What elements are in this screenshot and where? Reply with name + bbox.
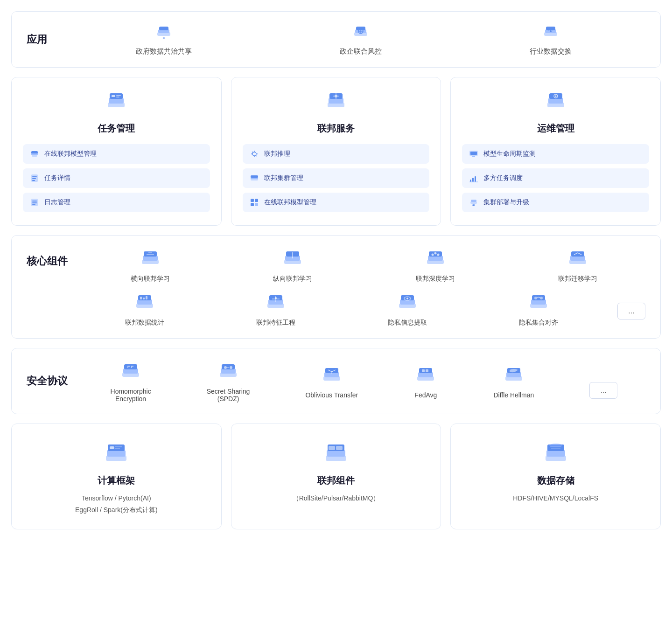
app-item-industry: 行业数据交换 — [530, 23, 572, 56]
task-box: 任务管理 在线联邦模型管理 任务详情 — [11, 77, 222, 226]
compute-sub: Tensorflow / Pytorch(AI) EggRoll / Spark… — [75, 493, 158, 516]
chart-icon — [469, 173, 479, 183]
svg-rect-49 — [251, 199, 254, 202]
svg-rect-89 — [140, 297, 142, 299]
core-align: 隐私集合对齐 — [477, 291, 601, 327]
task-feature-0[interactable]: 在线联邦模型管理 — [23, 144, 210, 164]
svg-rect-90 — [143, 298, 145, 299]
federation-component-sub: （RollSite/Pulsar/RabbitMQ） — [293, 493, 380, 504]
app-label: 应用 — [27, 33, 47, 47]
ops-feature-2[interactable]: 集群部署与升级 — [462, 193, 649, 212]
bottom-three: 计算框架 Tensorflow / Pytorch(AI) EggRoll / … — [11, 424, 661, 529]
svg-rect-28 — [32, 201, 37, 201]
ot-label: Oblivious Transfer — [305, 391, 358, 399]
security-section: 安全协议 HomomorphicEncryption Secret — [11, 348, 661, 414]
ops-feature-1[interactable]: 多方任务调度 — [462, 168, 649, 188]
task-icon — [103, 89, 129, 115]
security-more-btn[interactable]: ... — [589, 382, 617, 399]
svg-rect-60 — [472, 156, 475, 157]
core-more-btn[interactable]: ... — [617, 303, 645, 319]
federation-feature-1[interactable]: 联邦集群管理 — [243, 168, 430, 188]
svg-rect-62 — [472, 178, 474, 182]
ops-icon-wrap — [462, 89, 649, 117]
app-gov-label: 政府数据共治共享 — [136, 47, 192, 56]
svg-rect-132 — [110, 446, 114, 449]
core-privacy: 隐私信息提取 — [345, 291, 469, 327]
svg-rect-52 — [255, 203, 258, 206]
layers-icon — [249, 173, 259, 183]
task-feature-1[interactable]: 任务详情 — [23, 168, 210, 188]
svg-rect-125 — [426, 369, 428, 372]
svg-rect-30 — [32, 204, 35, 205]
svg-rect-2 — [159, 27, 168, 30]
security-diffie: Diffle Hellman — [493, 363, 534, 399]
core-vertical: 纵向联邦学习 — [225, 247, 361, 283]
svg-rect-124 — [422, 369, 425, 372]
svg-rect-21 — [31, 151, 38, 153]
fedavg-icon — [413, 363, 438, 388]
risk-icon — [350, 23, 371, 43]
task-icon-wrap — [23, 89, 210, 117]
svg-rect-61 — [470, 180, 471, 182]
federation-component-box: 联邦组件 （RollSite/Pulsar/RabbitMQ） — [231, 424, 441, 529]
svg-rect-66 — [471, 200, 476, 202]
core-row1: 横向联邦学习 纵向联邦学习 — [83, 247, 645, 283]
ops-title: 运维管理 — [462, 122, 649, 135]
svg-rect-138 — [329, 446, 335, 450]
industry-icon — [540, 23, 561, 43]
svg-point-34 — [335, 95, 337, 97]
svg-point-80 — [431, 254, 434, 256]
svg-rect-26 — [32, 180, 35, 181]
federation-component-title: 联邦组件 — [317, 474, 355, 487]
ops-box: 运维管理 模型生命周期监测 多方任务调度 — [450, 77, 661, 226]
svg-point-81 — [434, 252, 436, 255]
fedavg-label: FedAvg — [414, 391, 437, 399]
svg-rect-12 — [546, 27, 555, 30]
security-fedavg: FedAvg — [413, 363, 438, 399]
svg-rect-22 — [32, 155, 37, 157]
svg-rect-113 — [222, 364, 235, 369]
svg-rect-136 — [327, 450, 345, 457]
app-industry-label: 行业数据交换 — [530, 47, 572, 56]
feature-icon — [264, 291, 288, 315]
core-transfer: 联邦迁移学习 — [511, 247, 646, 283]
compute-box: 计算框架 Tensorflow / Pytorch(AI) EggRoll / … — [11, 424, 222, 529]
core-horizontal: 横向联邦学习 — [83, 247, 218, 283]
stats-icon — [133, 291, 157, 315]
svg-rect-91 — [146, 296, 147, 299]
log-icon — [29, 197, 40, 208]
spdz-icon — [216, 360, 240, 384]
deep-icon — [423, 247, 448, 271]
task-title: 任务管理 — [23, 122, 210, 135]
svg-rect-19 — [116, 97, 119, 97]
svg-rect-18 — [116, 95, 121, 96]
svg-rect-24 — [32, 176, 37, 177]
svg-point-102 — [406, 298, 408, 299]
core-more-wrap: ... — [608, 291, 645, 327]
task-feature-2[interactable]: 日志管理 — [23, 193, 210, 212]
compute-title: 计算框架 — [98, 474, 135, 487]
cluster-icon — [469, 197, 479, 208]
svg-rect-63 — [475, 176, 476, 182]
federation-features: 联邦推理 联邦集群管理 在线联邦模型管理 — [243, 144, 430, 212]
storage-box: 数据存储 HDFS/HIVE/MYSQL/LocalFS — [450, 424, 661, 529]
ops-feature-0[interactable]: 模型生命周期监测 — [462, 144, 649, 164]
storage-icon — [541, 439, 571, 469]
svg-rect-110 — [124, 364, 137, 369]
federation-feature-2[interactable]: 在线联邦模型管理 — [243, 193, 430, 212]
ops-features: 模型生命周期监测 多方任务调度 集群部署与升级 — [462, 144, 649, 212]
middle-three: 任务管理 在线联邦模型管理 任务详情 — [11, 77, 661, 226]
app-risk-label: 政企联合风控 — [340, 47, 382, 56]
monitor-icon — [469, 149, 479, 159]
branch-icon — [249, 149, 259, 159]
svg-rect-130 — [107, 450, 126, 457]
storage-sub: HDFS/HIVE/MYSQL/LocalFS — [513, 493, 598, 504]
security-label: 安全协议 — [27, 374, 68, 388]
security-spdz: Secret Sharing(SPDZ) — [207, 360, 250, 403]
svg-point-13 — [550, 30, 552, 32]
security-homo: HomomorphicEncryption — [111, 360, 151, 403]
svg-rect-70 — [144, 251, 157, 257]
svg-rect-142 — [546, 450, 565, 457]
core-row2: 联邦数据统计 联邦特征工程 — [83, 291, 645, 327]
federation-feature-0[interactable]: 联邦推理 — [243, 144, 430, 164]
